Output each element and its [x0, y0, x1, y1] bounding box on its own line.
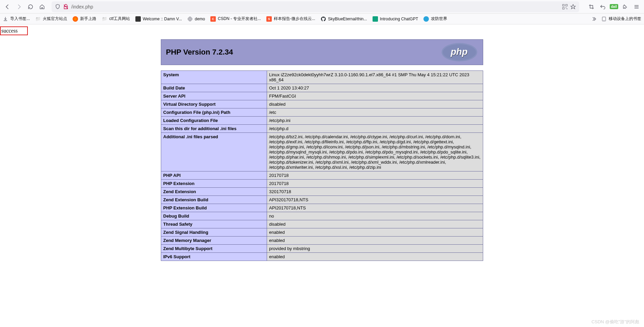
- svg-rect-2: [563, 7, 564, 9]
- info-key: Zend Signal Handling: [161, 228, 267, 237]
- phpinfo-header: PHP Version 7.2.34 php php: [161, 39, 483, 65]
- info-key: PHP API: [161, 171, 267, 180]
- table-row: Server APIFPM/FastCGI: [161, 92, 483, 100]
- bookmark-import[interactable]: 导入书签...: [3, 16, 30, 22]
- firefox-icon: [73, 16, 78, 22]
- svg-rect-1: [566, 4, 567, 6]
- table-row: SystemLinux iZ2ze92ck0dekt0yyhh7wrZ 3.10…: [161, 71, 483, 84]
- table-row: Zend Multibyte Supportprovided by mbstri…: [161, 245, 483, 253]
- qr-icon[interactable]: [562, 4, 568, 9]
- info-key: Scan this dir for additional .ini files: [161, 125, 267, 133]
- mobile-icon: [601, 16, 607, 22]
- home-icon: [39, 4, 45, 9]
- bookmarks-bar: 导入书签... 火狐官方站点 新手上路 ctf工具网站 Welcome :: D…: [0, 14, 644, 24]
- table-row: Build DateOct 1 2020 13:40:27: [161, 84, 483, 92]
- table-row: Debug Buildno: [161, 212, 483, 220]
- table-row: PHP Extension BuildAPI20170718,NTS: [161, 204, 483, 212]
- table-row: Zend Extension BuildAPI320170718,NTS: [161, 196, 483, 204]
- info-key: Build Date: [161, 84, 267, 92]
- info-key: Zend Multibyte Support: [161, 245, 267, 253]
- phpinfo-table: SystemLinux iZ2ze92ck0dekt0yyhh7wrZ 3.10…: [161, 70, 483, 261]
- bookmark-mobile[interactable]: 移动设备上的书签: [601, 16, 641, 22]
- bookmarks-more-button[interactable]: [590, 16, 597, 22]
- phpinfo-container: PHP Version 7.2.34 php php SystemLinux i…: [161, 39, 483, 261]
- dail-extension-icon[interactable]: dail: [610, 4, 618, 9]
- url-text: /index.php: [71, 4, 560, 9]
- bookmark-label: 样本报告-微步在线云...: [274, 16, 315, 22]
- svg-text:php: php: [450, 46, 468, 57]
- lock-strike-icon: [63, 4, 69, 9]
- bookmark-label: demo: [195, 17, 205, 21]
- bookmark-label: 新手上路: [80, 16, 96, 22]
- csdn-icon: C: [210, 16, 216, 22]
- bookmark-label: ctf工具网站: [109, 16, 130, 22]
- table-row: PHP Extension20170718: [161, 180, 483, 188]
- reload-icon: [28, 4, 33, 9]
- svg-rect-4: [567, 8, 567, 9]
- bookmark-github[interactable]: SkyBlueEternal/thin...: [321, 16, 367, 22]
- menu-button[interactable]: [632, 2, 641, 12]
- url-bar[interactable]: /index.php: [52, 1, 579, 12]
- extensions-button[interactable]: [620, 2, 630, 12]
- bookmark-label: 移动设备上的书签: [609, 16, 641, 22]
- bookmark-firefox-official[interactable]: 火狐官方站点: [35, 16, 67, 22]
- shield-icon: [55, 4, 60, 9]
- bookmark-label: SkyBlueEternal/thin...: [328, 17, 367, 21]
- bookmark-demo[interactable]: demo: [187, 16, 205, 22]
- hamburger-icon: [634, 4, 639, 9]
- bookmark-label: 火狐官方站点: [43, 16, 67, 22]
- openai-icon: [373, 16, 378, 22]
- svg-point-7: [604, 20, 604, 21]
- bookmark-dvwa[interactable]: Welcome :: Damn V...: [135, 16, 182, 22]
- table-row: Zend Memory Managerenabled: [161, 237, 483, 245]
- site-icon: [135, 16, 141, 22]
- folder-icon: [35, 16, 41, 22]
- page-content: success PHP Version 7.2.34 php php Syste…: [0, 24, 644, 261]
- info-value: enabled: [267, 228, 483, 237]
- home-button[interactable]: [37, 2, 47, 12]
- back-button[interactable]: [3, 2, 12, 12]
- info-key: Virtual Directory Support: [161, 100, 267, 108]
- info-value: API20170718,NTS: [267, 204, 483, 212]
- bookmark-label: Welcome :: Damn V...: [143, 17, 182, 21]
- info-key: Server API: [161, 92, 267, 100]
- bookmark-sample-report[interactable]: S 样本报告-微步在线云...: [266, 16, 315, 22]
- reload-button[interactable]: [26, 2, 35, 12]
- puzzle-icon: [622, 4, 628, 9]
- screenshot-button[interactable]: [587, 2, 596, 12]
- table-row: Scan this dir for additional .ini files/…: [161, 125, 483, 133]
- info-value: disabled: [267, 100, 483, 108]
- info-key: IPv6 Support: [161, 253, 267, 261]
- success-text: success: [1, 28, 18, 34]
- arrow-left-icon: [5, 4, 10, 9]
- bookmarks-overflow: 移动设备上的书签: [590, 16, 641, 22]
- php-logo-icon: php php: [441, 42, 478, 62]
- php-version-title: PHP Version 7.2.34: [166, 48, 233, 57]
- table-row: Thread Safetydisabled: [161, 220, 483, 228]
- star-icon[interactable]: [570, 4, 576, 9]
- info-value: disabled: [267, 220, 483, 228]
- info-value: 20170718: [267, 180, 483, 188]
- info-value: no: [267, 212, 483, 220]
- undo-button[interactable]: [598, 2, 608, 12]
- info-key: Additional .ini files parsed: [161, 133, 267, 171]
- bookmark-adworld[interactable]: 攻防世界: [423, 16, 447, 22]
- site-icon: S: [266, 16, 272, 22]
- bookmark-csdn[interactable]: C CSDN - 专业开发者社...: [210, 16, 261, 22]
- table-row: Zend Signal Handlingenabled: [161, 228, 483, 237]
- info-key: Zend Extension: [161, 188, 267, 196]
- bookmark-ctf-tools[interactable]: ctf工具网站: [102, 16, 130, 22]
- info-value: /etc/php.d/bz2.ini, /etc/php.d/calendar.…: [267, 133, 483, 171]
- bookmark-label: Introducing ChatGPT: [380, 17, 418, 21]
- info-key: Configuration File (php.ini) Path: [161, 108, 267, 117]
- info-key: System: [161, 71, 267, 84]
- bookmark-label: 导入书签...: [10, 16, 30, 22]
- globe-icon: [187, 16, 193, 22]
- toolbar-right: dail: [587, 2, 641, 12]
- bookmark-getting-started[interactable]: 新手上路: [73, 16, 96, 22]
- info-value: Oct 1 2020 13:40:27: [267, 84, 483, 92]
- success-annotation: success: [0, 26, 28, 35]
- site-icon: [423, 16, 429, 22]
- bookmark-chatgpt[interactable]: Introducing ChatGPT: [373, 16, 418, 22]
- forward-button[interactable]: [14, 2, 24, 12]
